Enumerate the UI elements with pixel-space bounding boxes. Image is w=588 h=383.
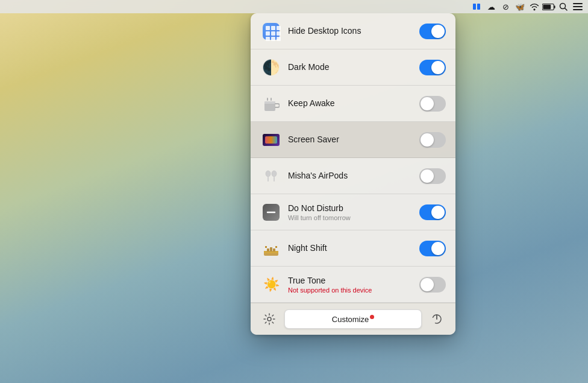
svg-point-26 [267, 317, 271, 321]
do-not-disturb-item[interactable]: Do Not Disturb Will turn off tomorrow [251, 194, 455, 230]
svg-rect-1 [477, 4, 480, 10]
svg-point-14 [266, 171, 271, 177]
customize-label: Customize [332, 315, 369, 324]
list-menu-icon[interactable] [571, 0, 584, 13]
svg-rect-24 [265, 246, 267, 248]
gear-icon[interactable] [260, 310, 278, 328]
svg-rect-4 [543, 4, 551, 8]
true-tone-label: True Tone [288, 275, 419, 286]
power-button[interactable] [428, 310, 446, 328]
screen-saver-icon [260, 129, 282, 151]
hide-desktop-icons-item[interactable]: Hide Desktop Icons [251, 13, 455, 49]
battery-icon[interactable] [542, 0, 555, 13]
night-shift-icon [260, 238, 282, 259]
keep-awake-label: Keep Awake [288, 98, 419, 109]
night-shift-toggle[interactable] [419, 241, 446, 256]
airpods-toggle[interactable] [419, 168, 446, 184]
customize-button[interactable]: Customize [284, 309, 422, 329]
svg-rect-12 [267, 98, 268, 101]
screen-saver-toggle[interactable] [419, 132, 446, 148]
svg-rect-17 [274, 177, 275, 182]
svg-rect-3 [554, 5, 555, 8]
wifi-icon[interactable] [528, 0, 541, 13]
screen-saver-item[interactable]: Screen Saver [251, 122, 455, 158]
hide-desktop-icons-icon [260, 21, 282, 42]
spotlight-icon[interactable] [557, 0, 570, 13]
airpods-label: Misha's AirPods [288, 170, 419, 181]
keep-awake-toggle[interactable] [419, 96, 446, 112]
svg-rect-9 [573, 9, 583, 10]
night-shift-label: Night Shift [288, 242, 419, 253]
control-panel: Hide Desktop Icons 🌓 Dark Mode Ke [251, 13, 455, 335]
svg-rect-11 [264, 101, 275, 104]
svg-rect-10 [264, 103, 275, 111]
panel-bottom: Customize [251, 303, 455, 335]
menu-bar: ☁ ⊘ 🦋 [0, 0, 588, 13]
keep-awake-item[interactable]: Keep Awake [251, 86, 455, 122]
svg-rect-7 [573, 3, 583, 4]
dark-mode-icon: 🌓 [260, 57, 282, 78]
do-not-disturb-sublabel: Will turn off tomorrow [288, 214, 419, 221]
dark-mode-item[interactable]: 🌓 Dark Mode [251, 49, 455, 86]
svg-line-6 [565, 8, 568, 11]
svg-rect-25 [275, 246, 277, 248]
true-tone-sublabel: Not supported on this device [288, 286, 419, 294]
hide-desktop-icons-label: Hide Desktop Icons [288, 25, 419, 36]
svg-rect-13 [271, 98, 272, 101]
hide-desktop-icons-toggle[interactable] [419, 24, 446, 39]
airpods-item[interactable]: Misha's AirPods [251, 158, 455, 194]
butterfly-icon[interactable]: 🦋 [513, 0, 527, 13]
svg-rect-0 [473, 4, 476, 10]
svg-rect-15 [267, 177, 269, 182]
do-not-disturb-menubar-icon[interactable]: ⊘ [499, 0, 512, 13]
dark-mode-toggle[interactable] [419, 60, 446, 75]
svg-rect-21 [267, 248, 269, 252]
do-not-disturb-label: Do Not Disturb [288, 203, 419, 214]
airpods-icon [260, 165, 282, 187]
do-not-disturb-toggle[interactable] [419, 204, 446, 220]
svg-rect-23 [270, 247, 272, 252]
true-tone-icon: ☀️ [260, 274, 282, 296]
night-shift-item[interactable]: Night Shift [251, 230, 455, 267]
keep-awake-icon [260, 93, 282, 115]
cloud-icon[interactable]: ☁ [484, 0, 498, 13]
bartender-icon[interactable] [470, 0, 483, 13]
true-tone-toggle[interactable] [419, 277, 446, 293]
true-tone-item[interactable]: ☀️ True Tone Not supported on this devic… [251, 267, 455, 303]
screen-saver-label: Screen Saver [288, 134, 419, 145]
svg-rect-22 [273, 248, 275, 252]
svg-point-16 [272, 171, 277, 177]
dnd-icon [260, 201, 282, 223]
customize-dot [370, 315, 374, 319]
dark-mode-label: Dark Mode [288, 62, 419, 72]
svg-rect-8 [573, 6, 583, 7]
